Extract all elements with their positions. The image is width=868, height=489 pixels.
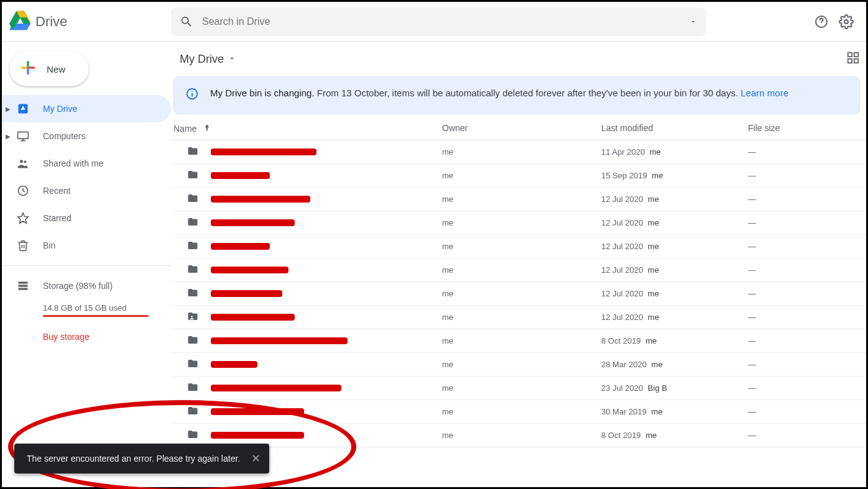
row-modified: 23 Jul 2020 Big B [601,383,748,393]
storage-section: Storage (98% full) 14.8 GB of 15 GB used… [2,272,171,342]
row-size: — [748,147,860,157]
column-name[interactable]: Name [173,123,442,134]
banner-learn-more-link[interactable]: Learn more [741,88,788,98]
svg-rect-17 [19,288,28,290]
folder-icon [186,382,200,395]
redacted-name [211,337,348,344]
folder-icon [186,193,200,206]
table-row[interactable]: me23 Jul 2020 Big B— [171,377,866,400]
sidebar-item-starred[interactable]: Starred [2,204,171,232]
svg-point-12 [24,161,26,163]
row-owner: me [442,289,601,298]
table-row[interactable]: me8 Oct 2019 me— [171,329,866,353]
svg-rect-19 [854,53,858,57]
svg-point-25 [191,316,193,318]
search-input[interactable] [202,16,690,27]
folder-icon [186,145,200,158]
sidebar-item-shared-with-me[interactable]: Shared with me [2,150,171,177]
toast-text: The server encountered an error. Please … [27,454,240,464]
search-bar[interactable] [171,7,706,36]
redacted-name [211,290,282,297]
folder-icon [186,405,200,418]
svg-rect-20 [848,59,852,63]
sidebar-item-my-drive[interactable]: ▶My Drive [2,95,171,122]
row-modified: 12 Jul 2020 me [601,289,748,298]
app-name: Drive [35,14,67,30]
svg-rect-15 [19,281,28,283]
redacted-name [211,385,341,391]
drive-icon [17,103,29,115]
table-row[interactable]: me12 Jul 2020 me— [171,188,866,211]
table-row[interactable]: me12 Jul 2020 me— [171,235,866,258]
table-row[interactable]: me12 Jul 2020 me— [171,306,866,329]
column-size[interactable]: File size [748,123,860,134]
recent-icon [17,185,29,197]
sidebar-item-label: Shared with me [43,158,103,168]
row-modified: 12 Jul 2020 me [601,218,748,227]
info-banner: My Drive bin is changing. From 13 Octobe… [173,76,860,114]
row-size: — [748,242,860,251]
table-row[interactable]: me30 Mar 2019 me— [171,400,866,424]
row-modified: 12 Jul 2020 me [601,194,748,204]
search-options-dropdown-icon[interactable] [690,18,697,25]
redacted-name [211,172,270,179]
row-modified: 12 Jul 2020 me [601,313,748,322]
row-size: — [748,313,860,322]
sort-arrow-up-icon [203,123,211,134]
column-owner[interactable]: Owner [442,123,601,134]
help-icon[interactable] [814,14,829,29]
toast-close-icon[interactable]: ✕ [251,452,261,465]
table-row[interactable]: me11 Apr 2020 me— [171,140,866,164]
buy-storage-link[interactable]: Buy storage [43,332,161,342]
table-row[interactable]: me12 Jul 2020 me— [171,282,866,306]
folder-icon [186,216,200,229]
new-button[interactable]: New [9,52,89,86]
sidebar-item-label: Recent [43,186,70,196]
sidebar-item-label: Computers [43,131,85,141]
grid-view-toggle-icon[interactable] [846,51,860,67]
banner-bold: My Drive bin is changing. [210,88,315,98]
header: Drive [2,2,866,42]
new-button-label: New [47,64,65,75]
svg-point-5 [821,24,821,25]
logo-wrap: Drive [9,10,171,34]
row-modified: 8 Oct 2019 me [601,431,748,440]
sidebar-item-recent[interactable]: Recent [2,177,171,204]
svg-rect-18 [848,53,852,57]
expand-triangle-icon[interactable]: ▶ [6,133,11,140]
storage-nav-item[interactable]: Storage (98% full) [17,272,161,299]
sidebar: New ▶My Drive▶ComputersShared with meRec… [2,42,171,487]
row-size: — [748,289,860,298]
sidebar-item-computers[interactable]: ▶Computers [2,122,171,150]
row-modified: 12 Jul 2020 me [601,265,748,275]
breadcrumb[interactable]: My Drive [180,53,236,66]
table-row[interactable]: me28 Mar 2020 me— [171,353,866,377]
svg-rect-7 [27,66,29,69]
row-owner: me [442,383,601,393]
sidebar-item-label: Bin [43,240,55,250]
row-modified: 28 Mar 2020 me [601,360,748,369]
redacted-name [211,267,289,273]
column-modified[interactable]: Last modified [601,123,748,134]
redacted-name [211,149,316,155]
table-row[interactable]: me12 Jul 2020 me— [171,211,866,235]
row-owner: me [442,218,601,227]
sidebar-item-bin[interactable]: Bin [2,232,171,259]
redacted-name [211,408,304,415]
row-owner: me [442,242,601,251]
folder-icon [186,358,200,371]
redacted-name [211,361,257,368]
table-row[interactable]: me15 Sep 2019 me— [171,164,866,188]
table-row[interactable]: me8 Oct 2019 me— [171,424,866,447]
row-size: — [748,431,860,440]
svg-rect-16 [19,285,28,286]
row-owner: me [442,194,601,204]
search-icon [180,15,193,29]
row-modified: 8 Oct 2019 me [601,336,748,345]
settings-gear-icon[interactable] [839,14,854,29]
table-row[interactable]: me12 Jul 2020 me— [171,258,866,282]
expand-triangle-icon[interactable]: ▶ [6,106,11,112]
storage-label: Storage (98% full) [43,281,113,291]
info-icon [185,87,199,105]
row-size: — [748,407,860,416]
